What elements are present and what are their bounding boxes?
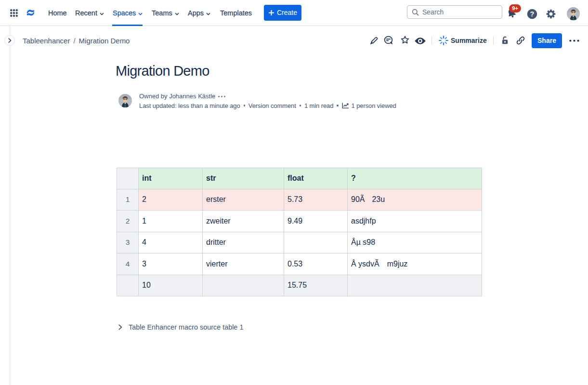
svg-text:?: ? [530,10,535,18]
